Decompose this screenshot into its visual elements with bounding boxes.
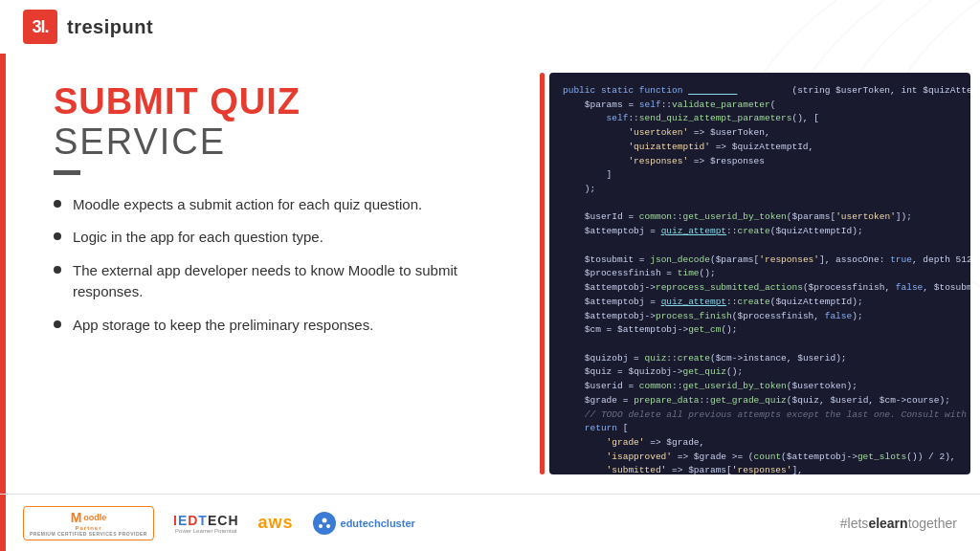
aws-logo: aws bbox=[258, 513, 294, 533]
edutechcluster-logo: edutechcluster bbox=[313, 512, 415, 535]
main-content: SUBMIT QUIZ SERVICE Moodle expects a sub… bbox=[34, 54, 980, 494]
title-underline bbox=[54, 170, 80, 175]
list-item: App storage to keep the preliminary resp… bbox=[54, 315, 513, 337]
iedtech-logo: IEDTECH Power Learner Potential bbox=[173, 513, 239, 534]
edutechcluster-text: edutechcluster bbox=[341, 518, 415, 529]
logo-text: tresipunt bbox=[67, 16, 153, 38]
logo-badge: 3l. bbox=[23, 10, 57, 44]
list-item-text: Logic in the app for each question type. bbox=[73, 227, 323, 249]
logo-badge-text: 3l. bbox=[32, 17, 48, 37]
list-item-text: App storage to keep the preliminary resp… bbox=[73, 315, 373, 337]
svg-point-1 bbox=[319, 524, 323, 528]
code-content: public static function (string $userToke… bbox=[549, 73, 970, 474]
bullet-dot bbox=[54, 232, 61, 240]
list-item: Logic in the app for each question type. bbox=[54, 227, 513, 249]
moodle-partner-logo: M oodle Partner PREMIUM CERTIFIED SERVIC… bbox=[23, 506, 154, 540]
list-item: The external app developer needs to know… bbox=[54, 260, 513, 303]
list-item: Moodle expects a submit action for each … bbox=[54, 194, 513, 216]
red-separator bbox=[540, 73, 545, 474]
svg-point-0 bbox=[322, 518, 326, 522]
header: 3l. tresipunt bbox=[0, 0, 980, 54]
left-accent-bar bbox=[0, 54, 6, 551]
footer-hashtag: #letselearntogether bbox=[840, 516, 957, 531]
bullet-dot bbox=[54, 320, 61, 328]
code-panel: public static function (string $userToke… bbox=[549, 73, 970, 474]
title-line1: SUBMIT QUIZ bbox=[54, 82, 513, 122]
footer-logos: M oodle Partner PREMIUM CERTIFIED SERVIC… bbox=[23, 506, 415, 540]
footer: M oodle Partner PREMIUM CERTIFIED SERVIC… bbox=[0, 494, 980, 551]
bullet-list: Moodle expects a submit action for each … bbox=[54, 194, 513, 337]
bullet-dot bbox=[54, 200, 61, 208]
title-line2: SERVICE bbox=[54, 122, 513, 163]
svg-point-2 bbox=[326, 524, 330, 528]
list-item-text: The external app developer needs to know… bbox=[73, 260, 513, 303]
bullet-dot bbox=[54, 266, 61, 274]
text-section: SUBMIT QUIZ SERVICE Moodle expects a sub… bbox=[34, 54, 542, 494]
list-item-text: Moodle expects a submit action for each … bbox=[73, 194, 422, 216]
